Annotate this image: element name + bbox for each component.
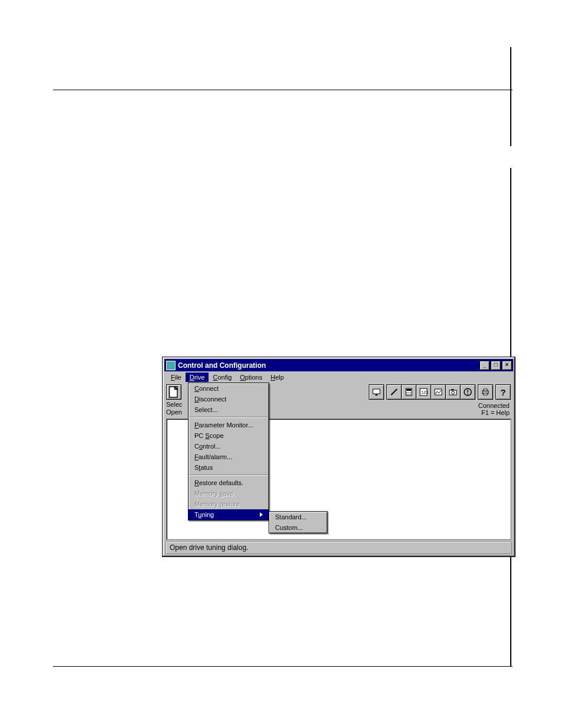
submenu-item-standard[interactable]: Standard... <box>269 512 327 522</box>
drive-dropdown: Connect Disconnect Select... Parameter M… <box>188 383 269 521</box>
submenu-arrow-icon <box>260 512 263 517</box>
image-icon <box>434 387 443 397</box>
svg-rect-1 <box>373 389 380 394</box>
svg-point-20 <box>467 394 468 395</box>
menu-item-memory-save: Memory save <box>189 488 269 499</box>
svg-point-6 <box>406 392 408 393</box>
alert-icon <box>463 387 472 397</box>
menu-item-connect[interactable]: Connect <box>189 383 269 394</box>
help-button[interactable]: ? <box>495 384 511 400</box>
menu-options[interactable]: Options <box>236 373 266 382</box>
menu-separator <box>190 417 267 418</box>
monitor-icon <box>372 387 381 397</box>
horizontal-rule <box>53 666 513 667</box>
status-text: Open drive tuning dialog. <box>170 543 248 552</box>
svg-rect-17 <box>451 389 454 390</box>
left-tool-label: Selec Open <box>166 401 183 416</box>
svg-rect-5 <box>406 389 411 391</box>
maximize-button[interactable]: □ <box>491 361 501 370</box>
calc-button[interactable] <box>401 384 416 400</box>
svg-rect-14 <box>435 389 442 395</box>
menu-item-pc-scope[interactable]: PC Scope <box>189 430 269 441</box>
chart-icon: 123 <box>419 387 428 397</box>
menu-item-parameter-monitor[interactable]: Parameter Monitor... <box>189 420 269 430</box>
close-icon: × <box>505 361 509 368</box>
camera-button[interactable] <box>445 384 461 400</box>
menu-item-tuning[interactable]: Tuning <box>189 509 269 520</box>
menu-drive[interactable]: Drive <box>186 373 209 382</box>
svg-rect-2 <box>375 394 378 396</box>
calculator-icon <box>404 387 414 397</box>
menu-item-fault-alarm[interactable]: Fault/alarm... <box>189 452 269 462</box>
maximize-icon: □ <box>494 361 497 368</box>
svg-line-3 <box>391 389 397 395</box>
pencil-button[interactable] <box>386 384 402 400</box>
menu-item-restore-defaults[interactable]: Restore defaults. <box>189 477 269 488</box>
menu-help[interactable]: Help <box>266 373 288 382</box>
alert-button[interactable] <box>460 384 475 400</box>
minimize-icon: _ <box>483 361 487 368</box>
pencil-icon <box>389 387 399 397</box>
printer-icon <box>481 387 490 397</box>
monitor-button[interactable] <box>369 384 384 400</box>
close-button[interactable]: × <box>502 361 512 370</box>
svg-point-7 <box>408 392 409 393</box>
new-document-icon <box>167 385 181 399</box>
menu-separator <box>190 475 267 476</box>
titlebar[interactable]: Control and Configuration _ □ × <box>164 359 513 371</box>
print-button[interactable] <box>478 384 493 400</box>
app-icon <box>166 361 176 370</box>
menu-file[interactable]: File <box>167 373 186 382</box>
menu-item-control[interactable]: Control... <box>189 441 269 452</box>
camera-icon <box>448 387 458 397</box>
menubar: File Drive Config Options Help <box>164 371 513 383</box>
menu-config[interactable]: Config <box>209 373 236 382</box>
horizontal-rule <box>53 90 513 90</box>
minimize-button[interactable]: _ <box>480 361 490 370</box>
app-window: Control and Configuration _ □ × File Dri… <box>162 357 515 557</box>
menu-item-memory-restore: Memory restore <box>189 499 269 509</box>
svg-rect-22 <box>484 389 487 391</box>
svg-point-10 <box>408 394 409 395</box>
tuning-submenu: Standard... Custom... <box>269 511 328 533</box>
svg-text:123: 123 <box>421 390 428 394</box>
new-button[interactable] <box>166 384 181 400</box>
svg-rect-23 <box>484 393 487 395</box>
left-tool-column: Selec Open <box>164 383 188 417</box>
help-icon: ? <box>500 387 505 397</box>
window-title: Control and Configuration <box>178 361 478 370</box>
svg-point-11 <box>410 394 411 395</box>
rule-gap <box>510 146 511 168</box>
chart-button[interactable]: 123 <box>416 384 431 400</box>
menu-item-status[interactable]: Status <box>189 462 269 473</box>
statusbar: Open drive tuning dialog. <box>166 541 512 554</box>
menu-item-disconnect[interactable]: Disconnect <box>189 394 269 404</box>
svg-point-9 <box>406 394 408 395</box>
connection-status: Connected F1 = Help <box>478 402 510 416</box>
menu-item-select[interactable]: Select... <box>189 404 269 415</box>
image-button[interactable] <box>431 384 446 400</box>
svg-point-8 <box>410 392 411 393</box>
submenu-item-custom[interactable]: Custom... <box>269 522 327 533</box>
